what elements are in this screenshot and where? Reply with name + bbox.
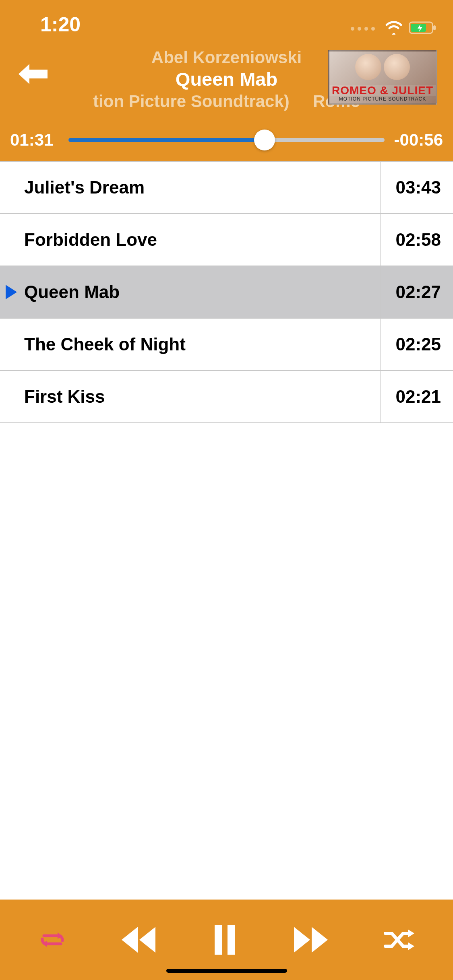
track-title: Forbidden Love <box>24 230 157 250</box>
progress-area: 01:31 -00:56 <box>0 119 453 161</box>
track-duration: 02:21 <box>381 387 453 407</box>
album-art-title: ROMEO & JULIET <box>329 85 436 96</box>
track-row[interactable]: Queen Mab02:27 <box>0 266 453 319</box>
track-title-cell: The Cheek of Night <box>0 319 381 370</box>
battery-icon <box>409 21 437 36</box>
track-title: First Kiss <box>24 387 105 407</box>
status-time: 1:20 <box>40 13 81 36</box>
progress-thumb[interactable] <box>254 130 275 150</box>
shuffle-button[interactable] <box>383 928 415 952</box>
progress-slider[interactable] <box>68 138 385 142</box>
playing-icon <box>4 284 19 300</box>
track-list: Juliet's Dream03:43Forbidden Love02:58Qu… <box>0 161 453 900</box>
pause-icon <box>211 923 239 956</box>
player-header: Abel Korzeniowski Queen Mab tion Picture… <box>0 40 453 119</box>
status-right <box>351 21 437 36</box>
track-title-cell: Queen Mab <box>0 266 381 318</box>
back-button[interactable] <box>16 62 48 87</box>
track-title-cell: Juliet's Dream <box>0 162 381 213</box>
album-art[interactable]: ROMEO & JULIET MOTION PICTURE SOUNDTRACK <box>328 50 437 105</box>
track-row[interactable]: Forbidden Love02:58 <box>0 213 453 266</box>
track-title: Queen Mab <box>24 282 120 302</box>
album-art-subtitle: MOTION PICTURE SOUNDTRACK <box>329 96 436 103</box>
track-row[interactable]: Juliet's Dream03:43 <box>0 161 453 214</box>
previous-button[interactable] <box>118 924 159 955</box>
track-duration: 03:43 <box>381 177 453 198</box>
track-duration: 02:58 <box>381 230 453 250</box>
repeat-icon <box>38 929 66 951</box>
track-title-cell: First Kiss <box>0 371 381 422</box>
previous-icon <box>118 924 159 955</box>
svg-rect-3 <box>215 925 222 955</box>
next-button[interactable] <box>291 924 331 955</box>
track-title: Juliet's Dream <box>24 177 145 198</box>
wifi-icon <box>385 21 403 36</box>
status-bar: 1:20 <box>0 0 453 40</box>
elapsed-time: 01:31 <box>10 130 60 150</box>
repeat-button[interactable] <box>38 929 66 951</box>
track-duration: 02:25 <box>381 334 453 354</box>
track-row[interactable]: First Kiss02:21 <box>0 370 453 423</box>
track-title: The Cheek of Night <box>24 334 186 354</box>
svg-rect-1 <box>433 25 436 30</box>
track-duration: 02:27 <box>381 282 453 302</box>
pause-button[interactable] <box>211 923 239 956</box>
track-title-cell: Forbidden Love <box>0 214 381 266</box>
remaining-time: -00:56 <box>393 130 443 150</box>
svg-rect-4 <box>228 925 235 955</box>
progress-fill <box>68 138 265 142</box>
home-indicator[interactable] <box>166 969 287 973</box>
shuffle-icon <box>383 928 415 952</box>
status-dots-icon <box>351 27 375 31</box>
player-controls <box>0 900 453 980</box>
track-row[interactable]: The Cheek of Night02:25 <box>0 318 453 371</box>
back-arrow-icon <box>16 62 48 86</box>
next-icon <box>291 924 331 955</box>
